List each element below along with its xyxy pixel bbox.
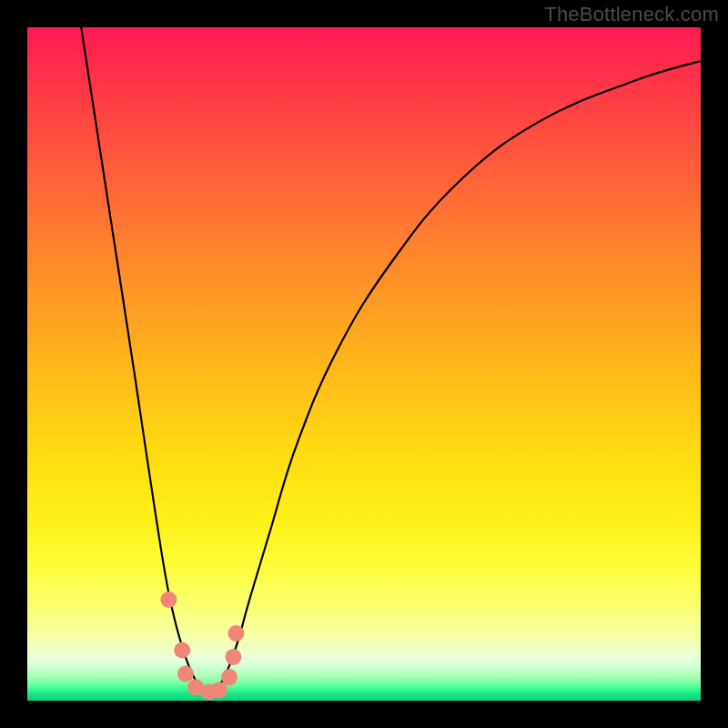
data-point-p3 [177,665,194,682]
curve-svg [27,27,701,701]
data-point-p9 [228,625,244,642]
data-point-p8 [225,649,241,665]
data-points [160,592,244,700]
chart-frame: TheBottleneck.com [0,0,728,728]
data-point-p1 [160,592,177,608]
watermark-text: TheBottleneck.com [544,3,719,26]
data-point-p7 [221,669,238,685]
plot-area [27,27,701,701]
data-point-p6 [211,682,228,698]
data-point-p2 [174,642,190,659]
